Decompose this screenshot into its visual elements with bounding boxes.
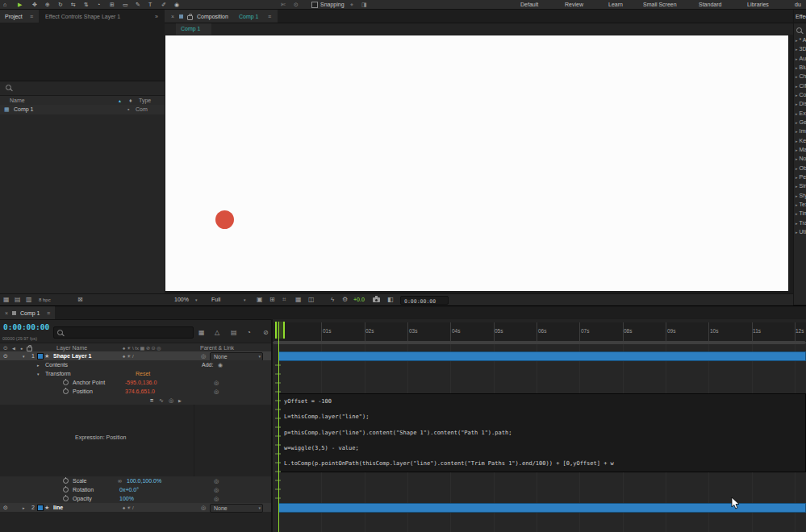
tab-effects-presets[interactable]: Effects & Presets — [796, 13, 806, 21]
layer-bar-shape-layer-1[interactable] — [278, 351, 806, 361]
expression-pickwhip-icon[interactable]: ◎ — [169, 397, 173, 405]
puppet-tool-icon[interactable]: ⊙ — [294, 1, 299, 8]
expression-graph-icon[interactable]: ∿ — [159, 397, 164, 405]
current-time-indicator[interactable] — [275, 322, 285, 339]
clone-stamp-tool-icon[interactable]: ◉ — [174, 1, 179, 8]
layer-color-swatch[interactable] — [37, 505, 44, 511]
effects-category-noise-grain[interactable]: ▸Noise & Grain — [796, 156, 806, 161]
effects-search-icon[interactable] — [796, 27, 802, 33]
opacity-value[interactable]: 100% — [119, 495, 134, 503]
safe-zones-icon[interactable]: ▣ — [257, 296, 263, 304]
pan-behind-tool-icon[interactable]: ⊞ — [110, 1, 115, 8]
property-pickwhip-icon[interactable]: ◎ — [214, 379, 219, 387]
add-menu-icon[interactable]: ◉ — [218, 361, 223, 369]
effects-category-stylize[interactable]: ▸Stylize — [796, 193, 806, 198]
anchor-point-value[interactable]: -595.0,136.0 — [125, 379, 157, 387]
parent-pickwhip-icon[interactable]: ◎ — [201, 352, 206, 360]
layer-switches[interactable]: ♠ ☀ / — [123, 504, 134, 512]
effects-category-utility[interactable]: ▸Utility — [796, 229, 806, 235]
rotation-tool-icon[interactable]: ◔ — [97, 1, 100, 8]
effects-category-distort[interactable]: ▸Distort — [796, 101, 806, 106]
pan-camera-tool-icon[interactable]: ⇆ — [71, 1, 76, 8]
scale-value[interactable]: 100.0,100.0% — [127, 477, 161, 485]
property-rotation-label[interactable]: Rotation — [73, 486, 94, 494]
layer-row-2[interactable]: ⊙ ▸ 2 ★ line ♠ ☀ / ◎ None▾ — [0, 503, 273, 512]
effects-category-perspective[interactable]: ▸Perspective — [796, 174, 806, 180]
snap-option2-icon[interactable]: ◨ — [361, 1, 367, 8]
stopwatch-icon[interactable] — [63, 380, 69, 385]
effects-category-audio[interactable]: ▸Audio — [796, 56, 806, 61]
shape-tool-icon[interactable]: ▭ — [123, 1, 128, 8]
tab-effect-controls[interactable]: Effect Controls Shape Layer 1 — [45, 13, 150, 21]
property-contents-label[interactable]: Contents — [45, 361, 68, 369]
roto-brush-tool-icon[interactable]: ✄ — [281, 1, 286, 8]
timeline-tab-comp[interactable]: Comp 1 — [20, 310, 40, 318]
property-position-label[interactable]: Position — [73, 388, 93, 396]
workspace-libraries[interactable]: Libraries — [747, 1, 769, 9]
project-search-input[interactable] — [0, 81, 165, 94]
effects-category-transition[interactable]: ▸Transition — [796, 220, 806, 226]
property-pickwhip-icon[interactable]: ◎ — [214, 486, 219, 494]
property-row-scale[interactable]: Scale ∞ 100.0,100.0% ◎ — [0, 476, 273, 485]
workspace-small-screen[interactable]: Small Screen — [643, 1, 677, 9]
current-timecode[interactable]: 0:00:00:00 — [3, 323, 49, 331]
rotation-value[interactable]: 0x+0.0° — [119, 486, 139, 494]
fast-previews-icon[interactable]: ϟ — [331, 296, 334, 304]
layer-twirl-icon[interactable]: ▾ — [23, 352, 25, 360]
show-snapshot-icon[interactable]: ◧ — [387, 296, 394, 304]
stopwatch-icon[interactable] — [63, 389, 69, 394]
workspace-standard[interactable]: Standard — [699, 1, 721, 9]
home-tool-icon[interactable]: ⌂ — [3, 1, 6, 8]
layer-switches[interactable]: ♠ ☀ / — [123, 352, 134, 360]
composition-panel-menu-icon[interactable]: ≡ — [268, 13, 271, 21]
effects-category-keying[interactable]: ▸Keying — [796, 138, 806, 143]
playhead-line[interactable] — [278, 322, 279, 532]
layer-row-1[interactable]: ⊙ ▾ 1 ★ Shape Layer 1 ♠ ☀ / ◎ None▾ — [0, 351, 273, 360]
zoom-caret-icon[interactable]: ▾ — [195, 296, 198, 304]
snapping-checkbox[interactable] — [311, 2, 318, 8]
effects-category-time[interactable]: ▸Time — [796, 210, 806, 216]
property-row-anchor-point[interactable]: Anchor Point -595.0,136.0 ◎ — [0, 378, 273, 387]
red-ball-shape[interactable] — [215, 210, 234, 229]
layer-bar-line[interactable] — [278, 503, 806, 513]
effects-category-channel[interactable]: ▸Channel — [796, 73, 806, 79]
exposure-value[interactable]: +0.0 — [353, 296, 365, 304]
expression-language-menu-icon[interactable]: ▶ — [178, 397, 182, 405]
property-anchor-point-label[interactable]: Anchor Point — [73, 379, 105, 387]
resolution-dropdown[interactable]: Full — [211, 296, 220, 304]
hand-tool-icon[interactable]: ✥ — [32, 1, 37, 8]
tab-composition[interactable]: Composition — [197, 13, 228, 21]
project-panel-menu-icon[interactable]: ≡ — [30, 13, 33, 21]
position-value[interactable]: 374.6,651.0 — [125, 388, 155, 396]
property-transform-label[interactable]: Transform — [45, 370, 71, 378]
effects-category-immersive[interactable]: ▸Immersive Video — [796, 128, 806, 134]
mask-visibility-icon[interactable]: ◫ — [308, 296, 315, 304]
frame-blending-icon[interactable]: ◔ — [247, 329, 251, 337]
effects-category-obsolete[interactable]: ▸Obsolete — [796, 165, 806, 171]
brush-tool-icon[interactable]: ✐ — [161, 1, 166, 8]
workspace-default[interactable]: Default — [520, 1, 538, 9]
timeline-search-input[interactable] — [53, 326, 194, 339]
composition-mini-flowchart-icon[interactable]: ▦ — [198, 329, 205, 337]
stopwatch-icon[interactable] — [63, 487, 69, 493]
constrain-proportions-icon[interactable]: ∞ — [118, 477, 122, 485]
region-of-interest-icon[interactable]: ⌗ — [282, 296, 286, 304]
property-row-position[interactable]: Position 374.6,651.0 ◎ — [0, 387, 273, 396]
property-pickwhip-icon[interactable]: ◎ — [214, 388, 219, 396]
effects-category-blur-sharpen[interactable]: ▸Blur & Sharpen — [796, 64, 806, 70]
grid-guides-icon[interactable]: ⊞ — [269, 296, 275, 304]
dolly-camera-tool-icon[interactable]: ⇅ — [84, 1, 89, 8]
stopwatch-icon[interactable] — [63, 478, 69, 484]
property-row-contents[interactable]: ▸ Contents Add: ◉ — [0, 360, 273, 369]
reset-link[interactable]: Reset — [136, 370, 150, 378]
pen-tool-icon[interactable]: ✎ — [136, 1, 140, 8]
property-row-opacity[interactable]: Opacity 100% ◎ — [0, 494, 273, 503]
column-header-name[interactable]: Name — [10, 97, 25, 105]
layer-visibility-icon[interactable]: ⊙ — [3, 504, 8, 512]
effects-category-simulation[interactable]: ▸Simulation — [796, 183, 806, 189]
parent-pickwhip-icon[interactable]: ◎ — [201, 504, 206, 512]
sort-ascending-icon[interactable]: ▲ — [118, 97, 122, 105]
stopwatch-icon[interactable] — [63, 496, 69, 501]
layer-visibility-icon[interactable]: ⊙ — [3, 352, 8, 360]
transform-twirl-icon[interactable]: ▾ — [37, 370, 40, 378]
